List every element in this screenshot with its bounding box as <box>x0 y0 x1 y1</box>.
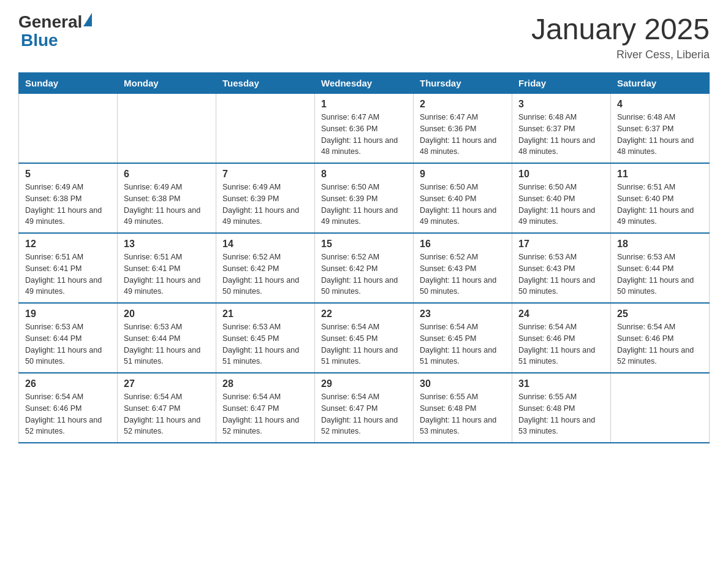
day-info-text: Sunrise: 6:54 AM Sunset: 6:46 PM Dayligh… <box>518 321 604 367</box>
day-header-monday: Monday <box>118 73 216 94</box>
day-number: 22 <box>321 308 407 320</box>
day-info-text: Sunrise: 6:48 AM Sunset: 6:37 PM Dayligh… <box>518 112 604 158</box>
day-info-text: Sunrise: 6:54 AM Sunset: 6:46 PM Dayligh… <box>25 391 111 437</box>
day-number: 6 <box>124 169 210 180</box>
calendar-cell: 23Sunrise: 6:54 AM Sunset: 6:45 PM Dayli… <box>414 303 512 373</box>
calendar-cell <box>118 94 216 164</box>
day-info-text: Sunrise: 6:52 AM Sunset: 6:42 PM Dayligh… <box>222 251 308 297</box>
day-info-text: Sunrise: 6:54 AM Sunset: 6:45 PM Dayligh… <box>321 321 407 367</box>
day-info-text: Sunrise: 6:50 AM Sunset: 6:40 PM Dayligh… <box>518 182 604 228</box>
calendar-cell: 31Sunrise: 6:55 AM Sunset: 6:48 PM Dayli… <box>512 373 611 443</box>
day-info-text: Sunrise: 6:52 AM Sunset: 6:42 PM Dayligh… <box>321 251 407 297</box>
calendar-cell <box>611 373 710 443</box>
day-info-text: Sunrise: 6:47 AM Sunset: 6:36 PM Dayligh… <box>420 112 506 158</box>
day-number: 3 <box>518 99 604 110</box>
logo-text-block: General Blue <box>18 12 92 50</box>
day-info-text: Sunrise: 6:51 AM Sunset: 6:41 PM Dayligh… <box>25 251 111 297</box>
day-header-wednesday: Wednesday <box>315 73 414 94</box>
day-number: 18 <box>617 239 703 250</box>
day-info-text: Sunrise: 6:54 AM Sunset: 6:47 PM Dayligh… <box>124 391 210 437</box>
page-title: January 2025 <box>531 12 710 46</box>
day-number: 25 <box>617 308 703 320</box>
calendar-cell: 19Sunrise: 6:53 AM Sunset: 6:44 PM Dayli… <box>19 303 118 373</box>
calendar-week-row: 5Sunrise: 6:49 AM Sunset: 6:38 PM Daylig… <box>19 163 710 233</box>
day-number: 14 <box>222 239 308 250</box>
calendar-cell: 26Sunrise: 6:54 AM Sunset: 6:46 PM Dayli… <box>19 373 118 443</box>
calendar-cell: 6Sunrise: 6:49 AM Sunset: 6:38 PM Daylig… <box>118 163 216 233</box>
day-info-text: Sunrise: 6:54 AM Sunset: 6:46 PM Dayligh… <box>617 321 703 367</box>
day-header-sunday: Sunday <box>19 73 118 94</box>
calendar-cell: 15Sunrise: 6:52 AM Sunset: 6:42 PM Dayli… <box>315 233 414 303</box>
day-info-text: Sunrise: 6:52 AM Sunset: 6:43 PM Dayligh… <box>420 251 506 297</box>
day-number: 13 <box>124 239 210 250</box>
calendar-cell: 8Sunrise: 6:50 AM Sunset: 6:39 PM Daylig… <box>315 163 414 233</box>
calendar-cell: 12Sunrise: 6:51 AM Sunset: 6:41 PM Dayli… <box>19 233 118 303</box>
logo-general-text: General <box>18 12 82 32</box>
calendar-cell <box>19 94 118 164</box>
calendar-cell: 16Sunrise: 6:52 AM Sunset: 6:43 PM Dayli… <box>414 233 512 303</box>
day-number: 15 <box>321 239 407 250</box>
day-number: 1 <box>321 99 407 110</box>
day-info-text: Sunrise: 6:55 AM Sunset: 6:48 PM Dayligh… <box>518 391 604 437</box>
day-info-text: Sunrise: 6:53 AM Sunset: 6:43 PM Dayligh… <box>518 251 604 297</box>
calendar-cell: 11Sunrise: 6:51 AM Sunset: 6:40 PM Dayli… <box>611 163 710 233</box>
day-info-text: Sunrise: 6:48 AM Sunset: 6:37 PM Dayligh… <box>617 112 703 158</box>
calendar-cell: 7Sunrise: 6:49 AM Sunset: 6:39 PM Daylig… <box>216 163 315 233</box>
calendar-cell: 2Sunrise: 6:47 AM Sunset: 6:36 PM Daylig… <box>414 94 512 164</box>
day-info-text: Sunrise: 6:54 AM Sunset: 6:47 PM Dayligh… <box>321 391 407 437</box>
calendar-week-row: 26Sunrise: 6:54 AM Sunset: 6:46 PM Dayli… <box>19 373 710 443</box>
day-header-friday: Friday <box>512 73 611 94</box>
day-info-text: Sunrise: 6:54 AM Sunset: 6:45 PM Dayligh… <box>420 321 506 367</box>
day-number: 20 <box>124 308 210 320</box>
day-number: 27 <box>124 378 210 389</box>
day-number: 10 <box>518 169 604 180</box>
day-number: 8 <box>321 169 407 180</box>
logo-blue-text: Blue <box>21 31 58 50</box>
calendar-cell: 13Sunrise: 6:51 AM Sunset: 6:41 PM Dayli… <box>118 233 216 303</box>
calendar-table: SundayMondayTuesdayWednesdayThursdayFrid… <box>18 72 710 443</box>
calendar-cell: 4Sunrise: 6:48 AM Sunset: 6:37 PM Daylig… <box>611 94 710 164</box>
calendar-cell: 21Sunrise: 6:53 AM Sunset: 6:45 PM Dayli… <box>216 303 315 373</box>
logo: General Blue <box>18 12 92 50</box>
day-number: 30 <box>420 378 506 389</box>
subtitle: River Cess, Liberia <box>531 48 710 61</box>
day-info-text: Sunrise: 6:49 AM Sunset: 6:38 PM Dayligh… <box>124 182 210 228</box>
day-number: 16 <box>420 239 506 250</box>
calendar-cell: 18Sunrise: 6:53 AM Sunset: 6:44 PM Dayli… <box>611 233 710 303</box>
calendar-cell: 5Sunrise: 6:49 AM Sunset: 6:38 PM Daylig… <box>19 163 118 233</box>
day-info-text: Sunrise: 6:53 AM Sunset: 6:45 PM Dayligh… <box>222 321 308 367</box>
day-info-text: Sunrise: 6:49 AM Sunset: 6:38 PM Dayligh… <box>25 182 111 228</box>
day-number: 7 <box>222 169 308 180</box>
calendar-cell: 27Sunrise: 6:54 AM Sunset: 6:47 PM Dayli… <box>118 373 216 443</box>
day-info-text: Sunrise: 6:55 AM Sunset: 6:48 PM Dayligh… <box>420 391 506 437</box>
calendar-cell: 20Sunrise: 6:53 AM Sunset: 6:44 PM Dayli… <box>118 303 216 373</box>
calendar-header-row: SundayMondayTuesdayWednesdayThursdayFrid… <box>19 73 710 94</box>
day-info-text: Sunrise: 6:51 AM Sunset: 6:41 PM Dayligh… <box>124 251 210 297</box>
calendar-cell: 22Sunrise: 6:54 AM Sunset: 6:45 PM Dayli… <box>315 303 414 373</box>
day-number: 24 <box>518 308 604 320</box>
day-info-text: Sunrise: 6:50 AM Sunset: 6:39 PM Dayligh… <box>321 182 407 228</box>
calendar-week-row: 1Sunrise: 6:47 AM Sunset: 6:36 PM Daylig… <box>19 94 710 164</box>
day-number: 31 <box>518 378 604 389</box>
day-number: 28 <box>222 378 308 389</box>
day-info-text: Sunrise: 6:53 AM Sunset: 6:44 PM Dayligh… <box>25 321 111 367</box>
calendar-week-row: 12Sunrise: 6:51 AM Sunset: 6:41 PM Dayli… <box>19 233 710 303</box>
day-number: 17 <box>518 239 604 250</box>
day-info-text: Sunrise: 6:53 AM Sunset: 6:44 PM Dayligh… <box>124 321 210 367</box>
day-number: 19 <box>25 308 111 320</box>
calendar-cell: 25Sunrise: 6:54 AM Sunset: 6:46 PM Dayli… <box>611 303 710 373</box>
day-info-text: Sunrise: 6:54 AM Sunset: 6:47 PM Dayligh… <box>222 391 308 437</box>
calendar-week-row: 19Sunrise: 6:53 AM Sunset: 6:44 PM Dayli… <box>19 303 710 373</box>
calendar-cell: 1Sunrise: 6:47 AM Sunset: 6:36 PM Daylig… <box>315 94 414 164</box>
day-info-text: Sunrise: 6:47 AM Sunset: 6:36 PM Dayligh… <box>321 112 407 158</box>
day-header-thursday: Thursday <box>414 73 512 94</box>
day-info-text: Sunrise: 6:49 AM Sunset: 6:39 PM Dayligh… <box>222 182 308 228</box>
day-number: 26 <box>25 378 111 389</box>
page-header: General Blue January 2025 River Cess, Li… <box>18 12 710 61</box>
calendar-cell: 28Sunrise: 6:54 AM Sunset: 6:47 PM Dayli… <box>216 373 315 443</box>
day-number: 2 <box>420 99 506 110</box>
calendar-cell: 24Sunrise: 6:54 AM Sunset: 6:46 PM Dayli… <box>512 303 611 373</box>
title-block: January 2025 River Cess, Liberia <box>531 12 710 61</box>
calendar-cell: 9Sunrise: 6:50 AM Sunset: 6:40 PM Daylig… <box>414 163 512 233</box>
calendar-cell: 29Sunrise: 6:54 AM Sunset: 6:47 PM Dayli… <box>315 373 414 443</box>
